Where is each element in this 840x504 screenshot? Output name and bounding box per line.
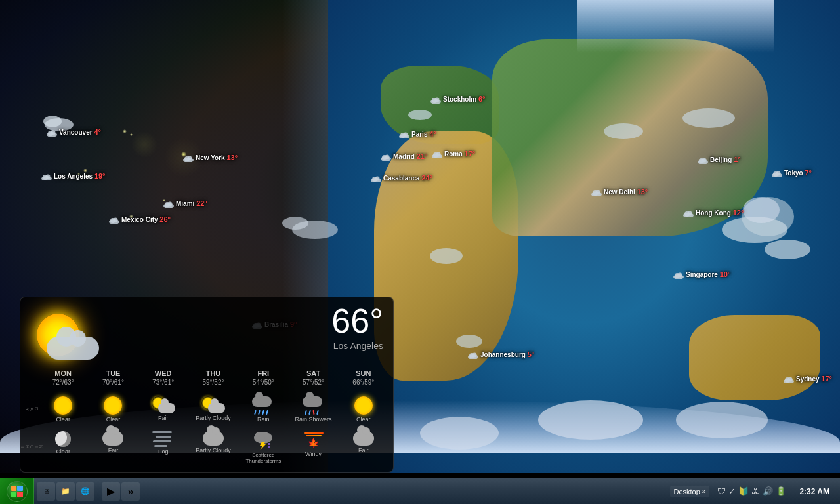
wed-day-icon (152, 396, 175, 413)
start-button[interactable] (0, 478, 34, 505)
day-icons-grid: Clear Clear Fair Partly (39, 393, 388, 425)
city-marker-paris: Paris 4° (398, 130, 436, 138)
cloud-over-sun (47, 337, 99, 360)
svg-point-54 (702, 158, 707, 163)
fri-night-icon (252, 431, 274, 451)
sat-night-icon: 🍁 (303, 431, 325, 450)
city-marker-hong-kong: Hong Kong 12° (682, 209, 744, 217)
taskbar: 🖥 📁 🌐 ▶ » Desktop » 🛡 ✓ 🔰 🖧 🔊 🔋 2:32 AM (0, 478, 840, 504)
svg-point-18 (51, 131, 56, 135)
tue-day-icon (104, 396, 122, 415)
thu-night-icon (203, 431, 224, 446)
svg-point-36 (435, 98, 440, 102)
forecast-sun-day: Clear (339, 393, 388, 425)
city-marker-beijing: Beijing 1° (697, 156, 741, 164)
forecast-mon-label: MON 72°/63° (39, 368, 87, 390)
wed-night-icon (152, 431, 175, 447)
taskbar-media-btn[interactable]: ▶ (102, 482, 120, 501)
tray-icons: 🛡 ✓ 🔰 🖧 🔊 🔋 (712, 486, 791, 496)
taskbar-buttons: 🖥 📁 🌐 ▶ » (34, 482, 142, 501)
desktop-button[interactable]: Desktop » (670, 486, 710, 497)
svg-point-24 (188, 156, 192, 161)
mon-night-icon (55, 431, 71, 447)
night-row-tag: NIGHT (26, 428, 37, 467)
city-marker-stockholm: Stockholm 6° (430, 95, 485, 104)
city-marker-mexico-city: Mexico City 26° (108, 215, 171, 224)
current-weather-icon (30, 304, 109, 363)
windows-logo (11, 486, 23, 497)
svg-point-69 (788, 377, 793, 382)
svg-point-21 (46, 175, 51, 179)
city-marker-casablanca: Casablanca 24° (370, 174, 432, 182)
svg-point-63 (678, 273, 682, 278)
current-temp-display: 66° Los Angeles (331, 304, 383, 351)
clock-time: 2:32 AM (799, 487, 830, 496)
weather-widget: 66° Los Angeles MON 72°/63° TUE 70°/61° … (20, 297, 394, 472)
fri-day-icon (252, 396, 274, 415)
shield-icon: 🔰 (738, 486, 749, 496)
row-tag-empty (26, 368, 37, 390)
desktop-arrow-icon: » (702, 488, 706, 495)
forecast-fri-label: FRI 54°/50° (239, 368, 287, 390)
svg-point-39 (404, 133, 408, 137)
svg-point-66 (472, 353, 477, 358)
current-temperature: 66° (331, 304, 383, 338)
forecast-tue-label: TUE 70°/61° (89, 368, 137, 390)
security-icon: 🛡 (717, 486, 726, 496)
taskbar-app-btn-1[interactable]: 🖥 (37, 482, 55, 501)
city-marker-madrid: Madrid 21° (380, 152, 427, 161)
city-marker-miami: Miami 22° (163, 200, 207, 208)
widget-header: 66° Los Angeles (20, 297, 393, 366)
current-city: Los Angeles (331, 341, 383, 351)
forecast-fri-night: Scattered Thunderstorms (239, 428, 287, 467)
forecast-thu-label: THU 59°/52° (189, 368, 238, 390)
sat-day-icon (303, 396, 325, 415)
desktop-label: Desktop (674, 488, 700, 495)
forecast-sat-night: 🍁 Windy (289, 428, 337, 467)
svg-point-45 (436, 152, 441, 157)
city-marker-los-angeles: Los Angeles 19° (41, 172, 106, 180)
forecast-wed-label: WED 73°/61° (139, 368, 188, 390)
day-row-tag: DAY (26, 393, 37, 425)
continent-asia (492, 39, 768, 236)
taskbar-app-btn-3[interactable]: 🌐 (76, 482, 94, 501)
taskbar-more-btn[interactable]: » (121, 482, 140, 501)
forecast-tue-day: Clear (89, 393, 137, 425)
forecast-mon-night: Clear (39, 428, 87, 467)
forecast-mon-day: Clear (39, 393, 87, 425)
svg-point-42 (385, 155, 390, 159)
forecast-sun-label: SUN 66°/59° (339, 368, 388, 390)
night-icons-grid: Clear Fair Fog Partly Cloudy (39, 428, 388, 467)
sun-day-icon (354, 396, 373, 415)
taskbar-right: Desktop » 🛡 ✓ 🔰 🖧 🔊 🔋 2:32 AM (670, 486, 841, 497)
city-marker-new-delhi: New Delhi 13° (591, 188, 648, 196)
svg-point-57 (776, 171, 781, 176)
svg-point-48 (375, 177, 380, 181)
checkmark-icon: ✓ (728, 486, 736, 496)
taskbar-app-btn-2[interactable]: 📁 (56, 482, 75, 501)
svg-point-60 (688, 211, 692, 216)
day-labels-grid: MON 72°/63° TUE 70°/61° WED 73°/61° THU … (39, 368, 388, 390)
forecast-wed-night: Fog (139, 428, 188, 467)
svg-point-51 (596, 190, 600, 195)
forecast-wed-day: Fair (139, 393, 188, 425)
battery-icon: 🔋 (776, 486, 786, 496)
continent-australia (689, 315, 820, 400)
city-marker-johannesburg: Johannesburg 5° (467, 350, 534, 359)
day-labels-row: MON 72°/63° TUE 70°/61° WED 73°/61° THU … (20, 366, 393, 392)
city-marker-sydney: Sydney 17° (783, 375, 832, 383)
city-marker-vancouver: Vancouver 4° (46, 128, 101, 136)
forecast-thu-night: Partly Cloudy (189, 428, 238, 467)
tue-night-icon (102, 431, 123, 446)
forecast-fri-day: Rain (239, 393, 287, 425)
svg-point-30 (114, 218, 118, 222)
sun-night-icon (353, 431, 374, 446)
forecast-sat-label: SAT 57°/52° (289, 368, 337, 390)
svg-point-27 (168, 202, 173, 207)
forecast-thu-day: Partly Cloudy (189, 393, 238, 425)
city-marker-tokyo: Tokyo 7° (771, 169, 812, 177)
speaker-icon: 🔊 (763, 486, 773, 496)
city-marker-singapore: Singapore 10° (673, 270, 730, 279)
night-forecast-row: NIGHT Clear Fair Fog (20, 427, 393, 472)
start-orb (7, 481, 28, 502)
